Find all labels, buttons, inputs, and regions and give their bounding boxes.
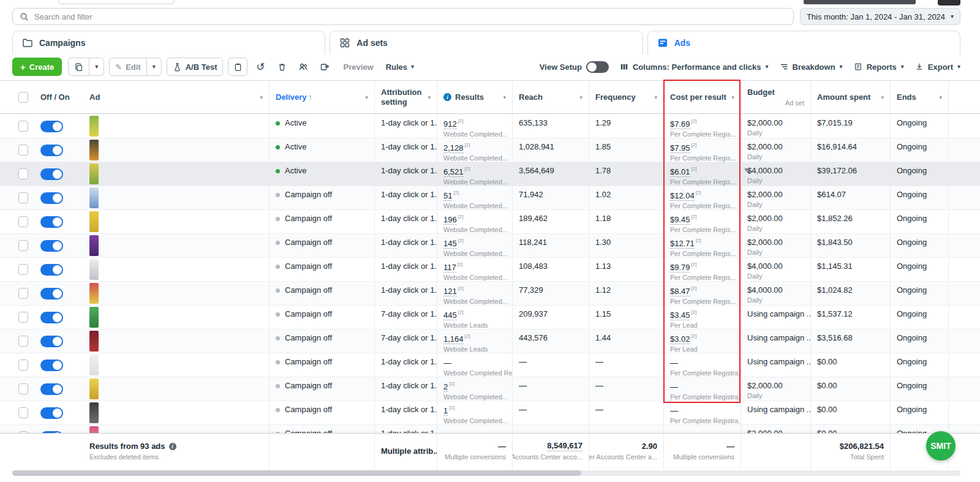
scrollbar-thumb[interactable]: [12, 470, 581, 476]
table-row[interactable]: Campaign off 7-day click or 1... 1,164[2…: [0, 329, 980, 353]
ab-test-button[interactable]: A/B Test: [167, 58, 224, 76]
results-value[interactable]: 121: [443, 287, 457, 296]
ad-thumbnail[interactable]: [89, 331, 99, 352]
table-row[interactable]: Active 1-day click or 1... 6,521[2] Webs…: [0, 162, 980, 186]
edit-button[interactable]: ✎ Edit: [109, 58, 146, 76]
row-checkbox[interactable]: [18, 360, 28, 371]
preview-button[interactable]: Preview: [337, 58, 379, 76]
column-header-attribution[interactable]: Attribution setting ▾: [374, 81, 437, 113]
results-value[interactable]: 51: [443, 191, 452, 201]
table-row[interactable]: Campaign off 1-day click or 1... 121[2] …: [0, 282, 980, 306]
ad-toggle[interactable]: [40, 264, 63, 276]
tab-ads[interactable]: Ads: [647, 31, 960, 55]
edit-budget-icon[interactable]: ✎: [744, 167, 750, 175]
create-button[interactable]: + Create: [12, 58, 62, 76]
row-checkbox[interactable]: [18, 145, 28, 156]
ad-toggle[interactable]: [40, 240, 63, 252]
cost-per-result-value[interactable]: $12.04: [670, 191, 695, 201]
info-icon[interactable]: i: [169, 443, 176, 450]
column-header-ad[interactable]: Ad ▾: [83, 81, 269, 113]
ad-thumbnail[interactable]: [89, 355, 99, 375]
select-all-checkbox[interactable]: [18, 92, 28, 103]
cost-per-result-value[interactable]: $7.69: [670, 119, 690, 129]
ad-toggle[interactable]: [40, 312, 63, 323]
results-value[interactable]: 145: [443, 239, 457, 249]
results-value[interactable]: 117: [443, 263, 456, 273]
ad-thumbnail[interactable]: [89, 140, 99, 160]
row-checkbox[interactable]: [18, 216, 28, 227]
clipboard-button[interactable]: [228, 58, 247, 76]
search-bar[interactable]: [12, 8, 794, 25]
ad-toggle[interactable]: [40, 336, 63, 347]
ad-toggle[interactable]: [40, 360, 63, 371]
results-value[interactable]: 1: [443, 406, 448, 416]
row-checkbox[interactable]: [18, 336, 28, 347]
date-range-picker[interactable]: This month: Jan 1, 2024 - Jan 31, 2024 ▾: [800, 8, 960, 25]
results-value[interactable]: 6,521: [443, 167, 464, 177]
view-setup-toggle[interactable]: [586, 61, 609, 73]
cost-per-result-value[interactable]: $3.02: [670, 334, 690, 344]
results-value[interactable]: —: [443, 358, 451, 367]
ad-toggle[interactable]: [40, 145, 63, 156]
ad-thumbnail[interactable]: [89, 402, 99, 423]
results-value[interactable]: 196: [443, 215, 457, 225]
column-header-frequency[interactable]: Frequency ▾: [589, 81, 663, 113]
horizontal-scrollbar[interactable]: [12, 470, 960, 476]
ad-thumbnail[interactable]: [89, 116, 99, 137]
cost-per-result-value[interactable]: —: [670, 406, 678, 415]
column-header-delivery[interactable]: Delivery↑ ▾: [269, 81, 374, 113]
ad-toggle[interactable]: [40, 192, 63, 204]
ad-toggle[interactable]: [40, 407, 63, 419]
row-checkbox[interactable]: [18, 240, 28, 251]
delete-button[interactable]: [273, 58, 291, 76]
ad-toggle[interactable]: [40, 383, 63, 395]
table-row[interactable]: Campaign off 7-day click or 1... 445[2] …: [0, 306, 980, 329]
ad-toggle[interactable]: [40, 216, 63, 228]
ad-thumbnail[interactable]: [89, 164, 99, 184]
cost-per-result-value[interactable]: $7.95: [670, 143, 690, 153]
export-button[interactable]: Export ▾: [915, 62, 960, 72]
ad-thumbnail[interactable]: [89, 211, 99, 232]
tab-campaigns[interactable]: Campaigns: [12, 31, 325, 55]
results-value[interactable]: 445: [443, 311, 457, 320]
cost-per-result-value[interactable]: $12.71: [670, 239, 695, 249]
ad-thumbnail[interactable]: [89, 259, 99, 280]
cost-per-result-value[interactable]: $8.47: [670, 287, 690, 296]
cost-per-result-value[interactable]: —: [670, 382, 678, 391]
ad-thumbnail[interactable]: [89, 378, 99, 399]
results-value[interactable]: 1,164: [443, 334, 464, 344]
column-header-budget[interactable]: Budget Ad set: [741, 81, 810, 113]
cost-per-result-value[interactable]: —: [670, 358, 678, 367]
columns-button[interactable]: Columns: Performance and clicks ▾: [620, 62, 769, 72]
column-header-amount-spent[interactable]: Amount spent ▾: [810, 81, 890, 113]
results-value[interactable]: 2: [443, 382, 448, 392]
table-row[interactable]: Campaign off 1-day click or 1... 145[2] …: [0, 234, 980, 258]
results-value[interactable]: 2,128: [443, 143, 464, 153]
ad-thumbnail[interactable]: [89, 187, 99, 208]
duplicate-button[interactable]: [68, 58, 89, 76]
column-header-cost-per-result[interactable]: Cost per result ▾: [663, 81, 741, 113]
cost-per-result-value[interactable]: $9.45: [670, 215, 690, 225]
row-checkbox[interactable]: [18, 121, 28, 132]
watermark-badge[interactable]: SMIT: [926, 431, 956, 461]
table-row[interactable]: Active 1-day click or 1... 2,128[2] Webs…: [0, 138, 980, 162]
column-header-ends[interactable]: Ends ▾: [890, 81, 948, 113]
tab-ad-sets[interactable]: Ad sets: [330, 31, 643, 55]
edit-dropdown-button[interactable]: ▾: [147, 58, 162, 76]
column-header-results[interactable]: iResults ▾: [437, 81, 512, 113]
table-row[interactable]: Campaign off 1-day click or 1... 1[2] We…: [0, 401, 980, 425]
row-checkbox[interactable]: [18, 192, 28, 203]
search-input[interactable]: [34, 12, 786, 21]
row-checkbox[interactable]: [18, 407, 28, 418]
column-header-reach[interactable]: Reach ▾: [512, 81, 589, 113]
cost-per-result-value[interactable]: $6.01: [670, 167, 690, 177]
cost-per-result-value[interactable]: $9.79: [670, 263, 690, 273]
results-value[interactable]: 912: [443, 119, 457, 129]
table-row[interactable]: Active 1-day click or 1... 912[2] Websit…: [0, 115, 980, 138]
reports-button[interactable]: Reports ▾: [854, 62, 904, 72]
table-row[interactable]: Campaign off 1-day click or 1... 51[2] W…: [0, 186, 980, 210]
ad-toggle[interactable]: [40, 168, 63, 180]
ad-toggle[interactable]: [40, 121, 63, 132]
breakdown-button[interactable]: Breakdown ▾: [780, 62, 843, 72]
rules-button[interactable]: Rules ▾: [380, 58, 420, 76]
